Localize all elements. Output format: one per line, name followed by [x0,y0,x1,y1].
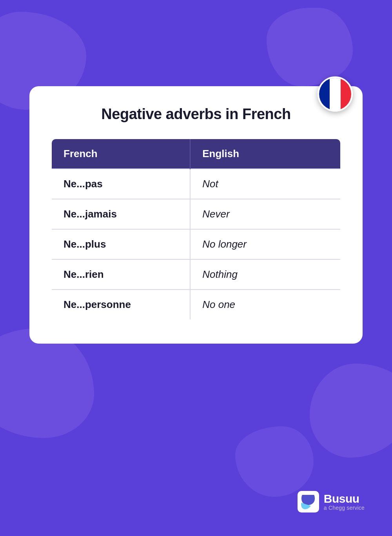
cell-english-4: No one [190,290,341,320]
background-blob-2 [267,8,353,86]
cell-english-0: Not [190,169,341,199]
cell-french-0: Ne...pas [51,169,190,199]
cell-french-3: Ne...rien [51,259,190,290]
table-row: Ne...pasNot [51,169,341,199]
vocabulary-table: French English Ne...pasNotNe...jamaisNev… [51,138,341,320]
cell-english-1: Never [190,199,341,229]
table-header-row: French English [51,139,341,169]
table-row: Ne...rienNothing [51,259,341,290]
cell-english-2: No longer [190,229,341,259]
busuu-icon [298,491,319,512]
main-card: Negative adverbs in French French Englis… [29,86,363,344]
background-blob-5 [235,426,314,497]
busuu-name: Busuu [324,493,365,505]
busuu-subtitle: a Chegg service [324,505,365,511]
table-row: Ne...personneNo one [51,290,341,320]
card-title: Negative adverbs in French [51,106,341,123]
french-flag-icon [318,76,353,112]
table-row: Ne...plusNo longer [51,229,341,259]
header-english: English [190,139,341,169]
background-blob-4 [310,364,392,458]
cell-french-2: Ne...plus [51,229,190,259]
flag-white-stripe [330,78,340,110]
cell-french-4: Ne...personne [51,290,190,320]
header-french: French [51,139,190,169]
cell-french-1: Ne...jamais [51,199,190,229]
cell-english-3: Nothing [190,259,341,290]
table-row: Ne...jamaisNever [51,199,341,229]
busuu-text: Busuu a Chegg service [324,493,365,511]
busuu-logo: Busuu a Chegg service [298,491,365,512]
background-blob-3 [0,328,94,438]
